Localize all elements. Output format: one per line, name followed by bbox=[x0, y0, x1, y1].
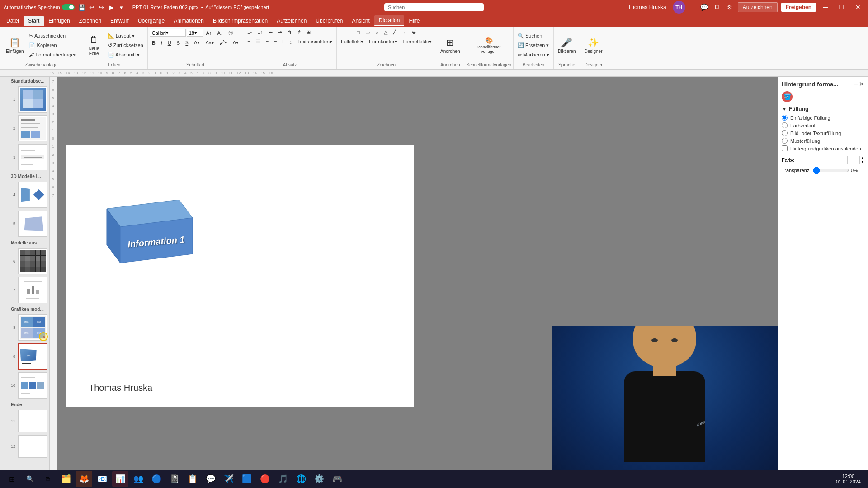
restore-button[interactable]: ❐ bbox=[835, 3, 848, 12]
user-avatar[interactable]: TH bbox=[673, 1, 685, 14]
taskbar-windows-button[interactable]: ⊞ bbox=[4, 471, 20, 487]
indent-increase-button[interactable]: ⇥ bbox=[276, 28, 284, 37]
taskbar-zoom-button[interactable]: 🔵 bbox=[148, 471, 165, 487]
taskbar-misc6-button[interactable]: 🎮 bbox=[329, 471, 345, 487]
autosave-toggle[interactable]: Automatisches Speichern bbox=[4, 4, 75, 10]
font-fill-button[interactable]: A▾ bbox=[231, 38, 241, 47]
menu-entwurf[interactable]: Entwurf bbox=[106, 16, 133, 26]
option-hintergrundgrafiken[interactable]: Hintergrundgrafiken ausblenden bbox=[782, 145, 864, 151]
menu-animationen[interactable]: Animationen bbox=[169, 16, 208, 26]
slide-thumb-3[interactable] bbox=[18, 144, 47, 170]
taskbar-explorer-button[interactable]: 🗂️ bbox=[58, 471, 74, 487]
aufzeichnen-button[interactable]: Aufzeichnen bbox=[738, 2, 778, 12]
radio-einfarbige[interactable] bbox=[782, 115, 788, 121]
slide-thumb-1[interactable] bbox=[18, 86, 47, 113]
line-spacing-button[interactable]: ↕ bbox=[287, 38, 294, 46]
slide-thumb-11[interactable] bbox=[18, 410, 47, 432]
menu-datei[interactable]: Datei bbox=[2, 16, 24, 26]
strikethrough-button[interactable]: S bbox=[175, 39, 182, 47]
taskbar-misc2-button[interactable]: 🔴 bbox=[257, 471, 273, 487]
formeffekte-button[interactable]: Formeffekte▾ bbox=[401, 38, 434, 46]
taskbar-onenote-button[interactable]: 📓 bbox=[166, 471, 183, 487]
ausschneiden-button[interactable]: ✂ Ausschneiden bbox=[27, 32, 79, 40]
color-down-arrow[interactable]: ▼ bbox=[861, 160, 864, 164]
radio-bild-textur[interactable] bbox=[782, 130, 788, 136]
slide-thumb-9[interactable]: Info 1 bbox=[18, 343, 47, 370]
menu-ueberpruefen[interactable]: Überprüfen bbox=[311, 16, 347, 26]
align-left-button[interactable]: ≡ bbox=[245, 38, 252, 46]
circle-button[interactable]: ○ bbox=[373, 28, 381, 37]
ltr-button[interactable]: ↱ bbox=[295, 28, 303, 37]
taskbar-discord-button[interactable]: 💬 bbox=[203, 471, 219, 487]
radio-musterfullung[interactable] bbox=[782, 138, 788, 144]
text-size-button[interactable]: Aa▾ bbox=[203, 38, 216, 47]
font-decrease-button[interactable]: A↓ bbox=[215, 29, 226, 37]
taskbar-search-button[interactable]: 🔍 bbox=[22, 471, 38, 487]
markieren-button[interactable]: ✏ Markieren ▾ bbox=[515, 51, 552, 59]
more-shapes-button[interactable]: ⊕ bbox=[410, 28, 418, 37]
panel-close-button[interactable]: ✕ bbox=[859, 80, 864, 88]
menu-einfuegen[interactable]: Einfügen bbox=[44, 16, 74, 26]
option-bild-textur[interactable]: Bild- oder Texturfüllung bbox=[782, 130, 864, 136]
menu-hilfe[interactable]: Hilfe bbox=[404, 16, 424, 26]
save-button[interactable]: 💾 bbox=[77, 3, 86, 12]
taskbar-misc4-button[interactable]: 🌐 bbox=[293, 471, 309, 487]
slide-thumb-5[interactable] bbox=[18, 211, 47, 237]
bullet-list-button[interactable]: ≡• bbox=[245, 28, 254, 37]
schnellformat-button[interactable]: 🎨 Schnellformat-vorlagen bbox=[473, 35, 504, 55]
taskbar-teams-button[interactable]: 👥 bbox=[130, 471, 146, 487]
slide-thumb-10[interactable] bbox=[18, 372, 47, 399]
menu-dictation[interactable]: Dictation bbox=[374, 15, 405, 26]
checkbox-hintergrundgrafiken[interactable] bbox=[782, 145, 788, 151]
option-farbverlauf[interactable]: Farbverlauf bbox=[782, 122, 864, 128]
taskbar-misc3-button[interactable]: 🎵 bbox=[275, 471, 291, 487]
taskbar-clock[interactable]: 12:00 01.01.2024 bbox=[832, 474, 864, 484]
font-color-button[interactable]: A▾ bbox=[192, 38, 202, 47]
align-center-button[interactable]: ☰ bbox=[254, 38, 263, 46]
redo-button[interactable]: ↪ bbox=[97, 3, 106, 12]
option-einfarbige[interactable]: Einfarbige Füllung bbox=[782, 115, 864, 121]
menu-zeichnen[interactable]: Zeichnen bbox=[75, 16, 106, 26]
slide-thumb-6[interactable] bbox=[18, 248, 47, 274]
arrow-button[interactable]: → bbox=[399, 28, 409, 37]
justify-button[interactable]: ≡ bbox=[272, 38, 279, 46]
slide-canvas[interactable]: Information 1 Thomas Hruska bbox=[66, 145, 414, 407]
underline-button[interactable]: U bbox=[165, 39, 174, 47]
panel-minimize-button[interactable]: ─ bbox=[854, 80, 858, 88]
comments-icon[interactable]: 💬 bbox=[700, 3, 709, 12]
text-align-button[interactable]: Textausrichten▾ bbox=[295, 38, 335, 46]
minimize-button[interactable]: ─ bbox=[820, 3, 831, 12]
search-input[interactable] bbox=[384, 3, 484, 11]
taskbar-misc5-button[interactable]: ⚙️ bbox=[311, 471, 327, 487]
rtl-button[interactable]: ↰ bbox=[285, 28, 294, 37]
taskbar-telegram-button[interactable]: ✈️ bbox=[221, 471, 237, 487]
shadow-button[interactable]: S̲ bbox=[183, 38, 191, 47]
align-right-button[interactable]: ≡ bbox=[264, 38, 271, 46]
autosave-switch[interactable] bbox=[62, 4, 75, 10]
highlight-button[interactable]: 🖍▾ bbox=[217, 38, 230, 47]
rect-button[interactable]: □ bbox=[354, 28, 362, 37]
font-name-dropdown[interactable]: Calibri▾ bbox=[150, 29, 186, 37]
fullung-expand-icon[interactable]: ▼ bbox=[782, 106, 787, 112]
font-size-dropdown[interactable]: 18▾ bbox=[187, 29, 203, 37]
slide-thumb-8[interactable]: IMG IMG IMG IMG ↖ bbox=[18, 314, 47, 341]
bold-button[interactable]: B bbox=[150, 39, 158, 47]
color-swatch[interactable] bbox=[847, 156, 860, 164]
italic-button[interactable]: I bbox=[159, 39, 165, 47]
smartart-button[interactable]: ⊞ bbox=[304, 28, 313, 37]
fuelleffekt-button[interactable]: Fülleffekt▾ bbox=[339, 38, 366, 46]
abschnitt-button[interactable]: 📑 Abschnitt ▾ bbox=[106, 51, 146, 59]
close-button[interactable]: ✕ bbox=[852, 3, 864, 12]
slide-thumb-2[interactable] bbox=[18, 115, 47, 141]
more-qa-button[interactable]: ▾ bbox=[117, 3, 126, 12]
numbered-list-button[interactable]: ≡1 bbox=[255, 28, 265, 37]
menu-bildschirmpraesentation[interactable]: Bildschirmpräsentation bbox=[208, 16, 272, 26]
line-button[interactable]: ╱ bbox=[391, 28, 398, 37]
kopieren-button[interactable]: 📄 Kopieren bbox=[27, 41, 79, 50]
designer-button[interactable]: ✨ Designer bbox=[582, 36, 604, 55]
clear-format-button[interactable]: ㊗ bbox=[226, 28, 236, 38]
taskbar-outlook-button[interactable]: 📧 bbox=[94, 471, 110, 487]
diktieren-button[interactable]: 🎤 Diktieren bbox=[556, 36, 578, 55]
present-button[interactable]: ▶ bbox=[107, 3, 116, 12]
triangle-button[interactable]: △ bbox=[382, 28, 390, 37]
